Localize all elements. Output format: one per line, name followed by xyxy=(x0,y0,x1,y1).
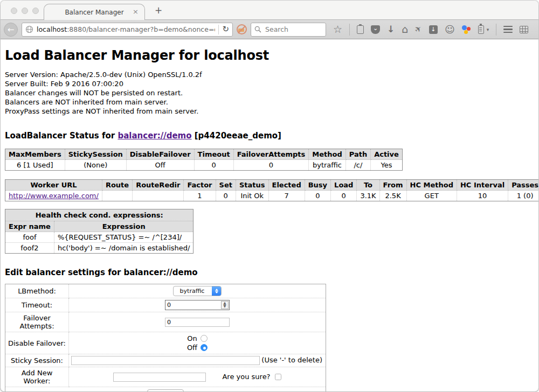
tab-balancer-manager[interactable]: Balancer Manager × xyxy=(44,4,145,20)
disable-failover-off-radio[interactable] xyxy=(201,344,208,351)
col-header: From xyxy=(379,180,406,191)
url-bar[interactable]: localhost:8880/balancer-manager?b=demo&n… xyxy=(22,23,233,37)
col-header: Worker URL xyxy=(5,180,102,191)
col-header: HC Method xyxy=(406,180,457,191)
table-row: foof2 hc('body') =~ /domain is establish… xyxy=(5,243,194,254)
col-header: Factor xyxy=(184,180,216,191)
form-row-disable-failover: Disable Failover: On Off xyxy=(5,332,326,354)
cell-elected: 7 xyxy=(268,191,305,201)
edit-balancer-heading: Edit balancer settings for balancer://de… xyxy=(5,268,533,277)
cell-passes: 1 (0) xyxy=(508,191,538,201)
col-header: To xyxy=(357,180,379,191)
table-row: foof %{REQUEST_STATUS} =~ /^[234]/ xyxy=(5,232,194,243)
col-header: Busy xyxy=(305,180,330,191)
table-row: 6 [1 Used] (None) Off 0 0 bytraffic /c/ … xyxy=(5,160,403,171)
balancer-demo-link[interactable]: balancer://demo xyxy=(118,131,191,141)
cell-busy: 0 xyxy=(305,191,330,201)
cell-active: Yes xyxy=(371,160,403,171)
grid-extension-icon[interactable] xyxy=(520,26,528,33)
cell-expression: hc('body') =~ /domain is established/ xyxy=(54,243,194,254)
stepper-down-icon[interactable]: ▼ xyxy=(223,305,226,309)
health-table-title: Health check cond. expressions: xyxy=(5,209,194,221)
lbmethod-label: LBmethod: xyxy=(5,284,69,298)
cell-to: 3.1K xyxy=(357,191,379,201)
bookmark-star-icon[interactable]: ☆ xyxy=(333,25,342,34)
url-text[interactable]: localhost:8880/balancer-manager?b=demo&n… xyxy=(37,25,215,33)
col-header: Elected xyxy=(268,180,305,191)
col-header: HC Interval xyxy=(457,180,508,191)
col-header: DisableFailover xyxy=(126,149,194,160)
search-icon xyxy=(254,26,261,33)
sticky-session-note: (Use '-' to delete) xyxy=(261,356,322,364)
downloads-icon[interactable]: ↓ xyxy=(387,25,395,34)
cell-from: 2.5K xyxy=(379,191,406,201)
confirm-checkbox[interactable] xyxy=(275,374,281,380)
reload-icon[interactable]: ↻ xyxy=(222,25,229,33)
lbmethod-select[interactable]: bytraffic xyxy=(173,286,222,296)
col-header: RouteRedir xyxy=(133,180,184,191)
cell-expression: %{REQUEST_STATUS} =~ /^[234]/ xyxy=(54,232,194,243)
cell-maxmembers: 6 [1 Used] xyxy=(5,160,65,171)
radio-off-label: Off xyxy=(187,344,197,352)
search-bar[interactable] xyxy=(251,23,326,37)
form-row-sticky: Sticky Session: (Use '-' to delete) xyxy=(5,354,326,367)
table-header-row: Worker URL Route RouteRedir Factor Set S… xyxy=(5,180,539,191)
pocket-icon[interactable]: ⌄ xyxy=(371,25,380,34)
url-domain: localhost xyxy=(37,25,67,33)
close-window-button[interactable] xyxy=(11,8,17,14)
send-tab-icon[interactable]: ✈ xyxy=(413,24,424,35)
globe-icon xyxy=(25,25,33,33)
cell-routeredir xyxy=(133,191,184,201)
timeout-stepper[interactable]: ▲▼ xyxy=(165,300,230,310)
col-header: Method xyxy=(309,149,345,160)
add-worker-input[interactable] xyxy=(113,373,206,382)
tab-title: Balancer Manager xyxy=(65,9,123,16)
inherit-notice-line: Balancers are NOT inherited from main se… xyxy=(5,97,533,107)
back-button[interactable]: ← xyxy=(4,23,18,37)
disable-failover-on-radio[interactable] xyxy=(201,335,208,342)
col-header: Route xyxy=(102,180,132,191)
select-chevrons-icon xyxy=(212,286,221,296)
submit-button[interactable]: Submit xyxy=(147,389,184,391)
clipboard-icon[interactable] xyxy=(357,25,364,34)
add-worker-label: Add New Worker: xyxy=(5,367,69,387)
timeout-label: Timeout: xyxy=(5,298,69,312)
radio-on-label: On xyxy=(187,334,197,342)
cell-factor: 1 xyxy=(184,191,216,201)
multicolor-extension-icon[interactable] xyxy=(462,25,471,34)
browser-window: Balancer Manager × + ← localhost:8880/ba… xyxy=(1,1,538,391)
toolbar-separator xyxy=(349,24,350,36)
chevron-down-icon[interactable]: ▾ xyxy=(487,27,489,32)
feedback-smiley-icon[interactable]: ☺ xyxy=(445,25,455,34)
status-heading-suffix: [p4420eeae_demo] xyxy=(192,131,281,141)
tab-bar: Balancer Manager × + xyxy=(1,1,538,20)
health-check-table: Health check cond. expressions: Expr nam… xyxy=(5,209,194,254)
cell-hc-interval: 10 xyxy=(457,191,508,201)
search-input[interactable] xyxy=(264,25,318,34)
minimize-window-button[interactable] xyxy=(22,8,28,14)
col-header: Expression xyxy=(54,221,194,232)
page-content: Load Balancer Manager for localhost Serv… xyxy=(1,39,538,391)
content-blocker-icon[interactable] xyxy=(237,24,247,34)
save-page-icon[interactable]: ↓ xyxy=(429,25,438,34)
sticky-session-input[interactable] xyxy=(71,356,260,365)
page-title: Load Balancer Manager for localhost xyxy=(5,48,533,63)
new-tab-button[interactable]: + xyxy=(155,6,162,15)
timeout-input[interactable] xyxy=(165,302,221,309)
cell-load: 0 xyxy=(331,191,357,201)
proxypass-notice-line: ProxyPass settings are NOT inherited fro… xyxy=(5,107,533,116)
server-version-line: Server Version: Apache/2.5.0-dev (Unix) … xyxy=(5,70,533,79)
worker-url-link[interactable]: http://www.example.com/ xyxy=(9,192,99,200)
col-header: Set xyxy=(216,180,236,191)
home-icon[interactable]: ⌂ xyxy=(402,25,408,34)
col-header: MaxMembers xyxy=(5,149,65,160)
stepper-arrows-icon[interactable]: ▲▼ xyxy=(221,301,229,309)
menu-icon[interactable] xyxy=(503,26,513,33)
toolbar-icons: ☆ ⌄ ↓ ⌂ ✈ ↓ ☺ ▾ xyxy=(333,24,528,36)
zoom-window-button[interactable] xyxy=(32,8,39,14)
sidebar-clipboard-icon[interactable] xyxy=(478,25,484,34)
cell-worker-url: http://www.example.com/ xyxy=(5,191,102,201)
tab-close-icon[interactable]: × xyxy=(133,8,139,16)
failover-attempts-input[interactable] xyxy=(165,318,230,327)
form-row-failover: Failover Attempts: xyxy=(5,312,326,332)
